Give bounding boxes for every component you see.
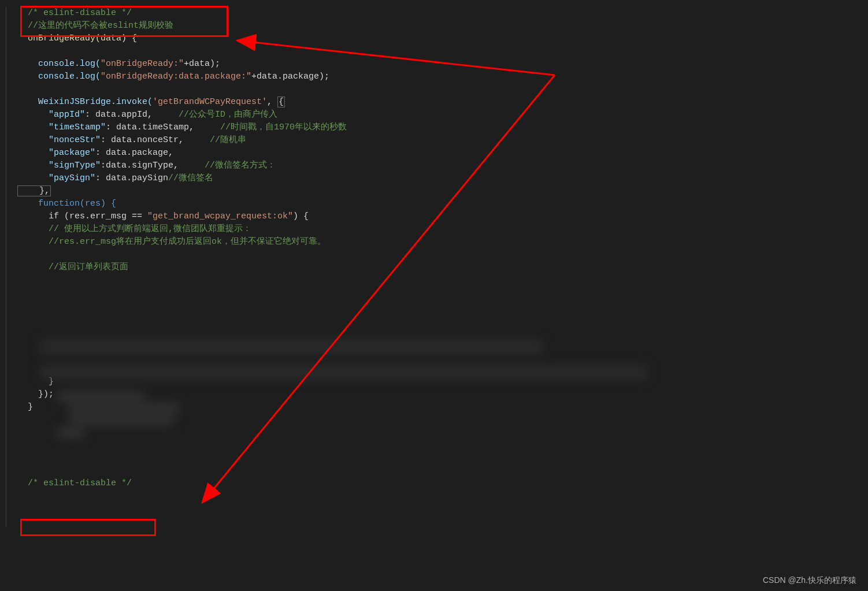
code-line [17, 325, 868, 337]
code-line: //res.err_msg将在用户支付成功后返回ok，但并不保证它绝对可靠。 [17, 236, 868, 248]
code-line: function(res) { [17, 198, 868, 210]
redacted-region [40, 365, 647, 380]
code-line: "timeStamp": data.timeStamp, //时间戳，自1970… [17, 121, 868, 134]
code-line [17, 274, 868, 287]
code-line: WeixinJSBridge.invoke('getBrandWCPayRequ… [17, 96, 868, 109]
redacted-region [69, 403, 179, 414]
code-line [17, 312, 868, 325]
code-line: "package": data.package, [17, 147, 868, 159]
code-line: /* eslint-disable */ [17, 477, 868, 490]
code-line: "nonceStr": data.nonceStr, //随机串 [17, 134, 868, 147]
code-line [17, 299, 868, 312]
redacted-region [69, 415, 173, 425]
code-line [17, 287, 868, 299]
code-line: // 使用以上方式判断前端返回,微信团队郑重提示： [17, 223, 868, 236]
redacted-region [58, 392, 144, 402]
code-line: //返回订单列表页面 [17, 261, 868, 274]
code-line: "appId": data.appId, //公众号ID，由商户传入 [17, 109, 868, 121]
code-line: }, [17, 185, 868, 198]
code-line: "paySign": data.paySign//微信签名 [17, 172, 868, 185]
code-line: console.log("onBridgeReady:"+data); [17, 58, 868, 70]
watermark: CSDN @Zh.快乐的程序猿 [763, 574, 856, 586]
code-line: "signType":data.signType, //微信签名方式： [17, 159, 868, 172]
code-line [17, 45, 868, 58]
redacted-region [40, 340, 543, 354]
code-line [17, 248, 868, 261]
code-line [17, 83, 868, 96]
code-line: if (res.err_msg == "get_brand_wcpay_requ… [17, 210, 868, 223]
redacted-region [58, 428, 84, 438]
code-line: console.log("onBridgeReady:data.package:… [17, 70, 868, 83]
annotation-box-bottom [20, 519, 156, 536]
annotation-box-top [20, 6, 228, 37]
code-line: }); [17, 388, 868, 401]
